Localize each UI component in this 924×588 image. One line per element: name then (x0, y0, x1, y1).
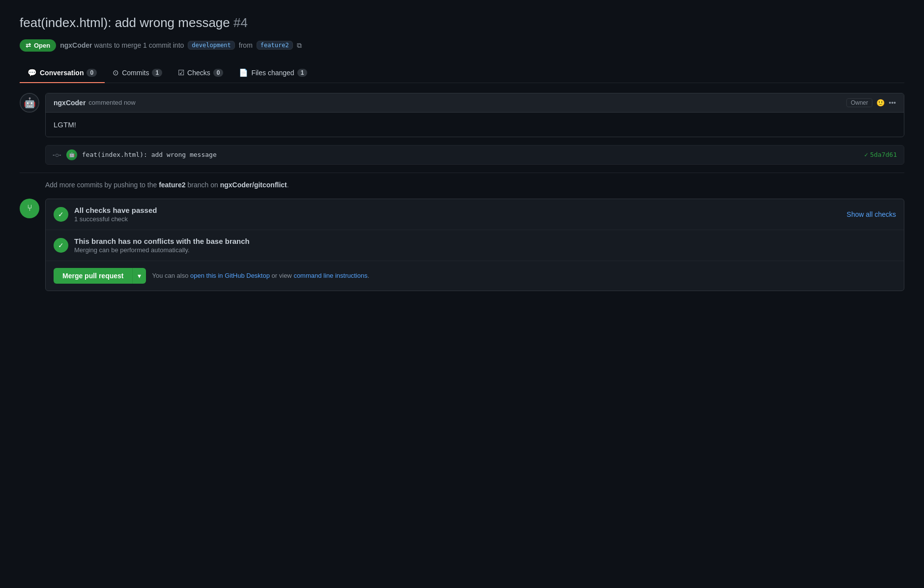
merge-status-icon: ⑂ (20, 199, 39, 218)
check-text-1: All checks have passed 1 successful chec… (74, 206, 841, 223)
comment-actions: 🙂 ••• (876, 99, 896, 107)
tab-commits-label: Commits (122, 69, 149, 77)
pr-meta-author: ngxCoder wants to merge 1 commit into (60, 41, 184, 49)
comment-text: LGTM! (54, 120, 896, 129)
checks-icon: ☑ (178, 68, 184, 77)
push-info-period: . (287, 181, 289, 189)
tab-conversation-count: 0 (87, 69, 97, 77)
pr-meta: ⇄ Open ngxCoder wants to merge 1 commit … (20, 39, 904, 52)
conversation-icon: 💬 (28, 68, 37, 77)
merge-help-text: You can also open this in GitHub Desktop… (152, 272, 369, 279)
pr-from-label: from (239, 41, 253, 49)
base-branch-badge[interactable]: development (188, 41, 234, 50)
check-title-2: This branch has no conflicts with the ba… (74, 237, 896, 245)
commit-author-avatar: 🤖 (66, 149, 77, 160)
tabs-container: 💬 Conversation 0 ⊙ Commits 1 ☑ Checks 0 … (20, 63, 904, 83)
comment-header: ngxCoder commented now Owner 🙂 ••• (46, 93, 904, 113)
commit-check-icon: ✓ (864, 151, 868, 158)
status-label: Open (34, 42, 50, 49)
command-line-link[interactable]: command line instructions (293, 272, 367, 279)
comment-author[interactable]: ngxCoder (54, 99, 86, 107)
pr-author: ngxCoder (60, 41, 92, 49)
tab-checks[interactable]: ☑ Checks 0 (170, 63, 231, 83)
merge-help-middle: or view (272, 272, 292, 279)
check-pass-icon-2: ✓ (54, 238, 68, 253)
check-subtitle-1: 1 successful check (74, 215, 841, 223)
main-content: 🤖 ngxCoder commented now Owner 🙂 ••• LGT… (20, 83, 904, 291)
tab-files-changed[interactable]: 📄 Files changed 1 (231, 63, 315, 83)
push-info-repo: ngxCoder/gitconflict (220, 181, 287, 189)
tab-files-changed-count: 1 (297, 69, 308, 77)
comment-header-right: Owner 🙂 ••• (846, 98, 896, 107)
compare-branch-badge[interactable]: feature2 (257, 41, 293, 50)
merge-row: Merge pull request ▾ You can also open t… (46, 261, 904, 291)
check-subtitle-2: Merging can be performed automatically. (74, 246, 896, 254)
files-changed-icon: 📄 (239, 68, 248, 77)
merge-dropdown-button[interactable]: ▾ (132, 268, 146, 284)
checks-section: ⑂ ✓ All checks have passed 1 successful … (20, 199, 904, 291)
comment-time: commented now (88, 99, 135, 106)
check-row-no-conflicts: ✓ This branch has no conflicts with the … (46, 230, 904, 261)
commit-message[interactable]: feat(index.html): add wrong message (82, 151, 860, 158)
check-title-1: All checks have passed (74, 206, 841, 214)
tab-commits-count: 1 (152, 69, 162, 77)
push-info: Add more commits by pushing to the featu… (45, 181, 904, 189)
comment-box: ngxCoder commented now Owner 🙂 ••• LGTM! (45, 93, 904, 137)
tab-commits[interactable]: ⊙ Commits 1 (105, 63, 170, 83)
copy-branch-icon[interactable]: ⧉ (297, 41, 302, 50)
pr-number: #4 (233, 15, 248, 30)
comment-body: LGTM! (46, 113, 904, 137)
commits-icon: ⊙ (113, 68, 119, 77)
tab-conversation[interactable]: 💬 Conversation 0 (20, 63, 105, 83)
push-info-text-before: Add more commits by pushing to the (45, 181, 157, 189)
pr-meta-description: wants to merge 1 commit into (94, 41, 184, 49)
merge-help-after: . (368, 272, 370, 279)
commenter-avatar: 🤖 (20, 93, 39, 113)
tab-conversation-label: Conversation (40, 69, 84, 77)
commit-ref-container: -○- 🤖 feat(index.html): add wrong messag… (45, 145, 904, 165)
owner-badge: Owner (846, 98, 872, 107)
merge-branch-icon: ⑂ (27, 203, 32, 213)
commit-hash-container: ✓ 5da7d61 (864, 151, 897, 158)
merge-icon: ⇄ (26, 42, 31, 49)
check-text-2: This branch has no conflicts with the ba… (74, 237, 896, 254)
commit-hash[interactable]: 5da7d61 (870, 151, 897, 158)
tab-checks-count: 0 (213, 69, 224, 77)
check-row-all-checks: ✓ All checks have passed 1 successful ch… (46, 199, 904, 230)
show-all-checks-link[interactable]: Show all checks (847, 210, 896, 218)
section-divider (20, 173, 904, 173)
comment-section: 🤖 ngxCoder commented now Owner 🙂 ••• LGT… (20, 93, 904, 137)
push-info-branch: feature2 (159, 181, 185, 189)
github-desktop-link[interactable]: open this in GitHub Desktop (190, 272, 270, 279)
more-options-icon[interactable]: ••• (889, 99, 896, 107)
page-title: feat(index.html): add wrong message #4 (20, 15, 904, 31)
tab-checks-label: Checks (187, 69, 210, 77)
commit-ref: -○- 🤖 feat(index.html): add wrong messag… (45, 145, 904, 165)
pr-title-text: feat(index.html): add wrong message (20, 15, 230, 30)
comment-header-left: ngxCoder commented now (54, 99, 136, 107)
checks-box: ✓ All checks have passed 1 successful ch… (45, 199, 904, 291)
merge-pull-request-button[interactable]: Merge pull request (54, 268, 132, 284)
check-pass-icon-1: ✓ (54, 207, 68, 222)
emoji-reaction-icon[interactable]: 🙂 (876, 99, 885, 107)
open-status-badge: ⇄ Open (20, 39, 56, 52)
merge-button-group: Merge pull request ▾ (54, 268, 146, 284)
push-info-text-middle: branch on (187, 181, 218, 189)
merge-help-before: You can also (152, 272, 188, 279)
avatar-image: 🤖 (21, 94, 38, 112)
commit-node-icon: -○- (53, 151, 61, 159)
tab-files-changed-label: Files changed (251, 69, 294, 77)
